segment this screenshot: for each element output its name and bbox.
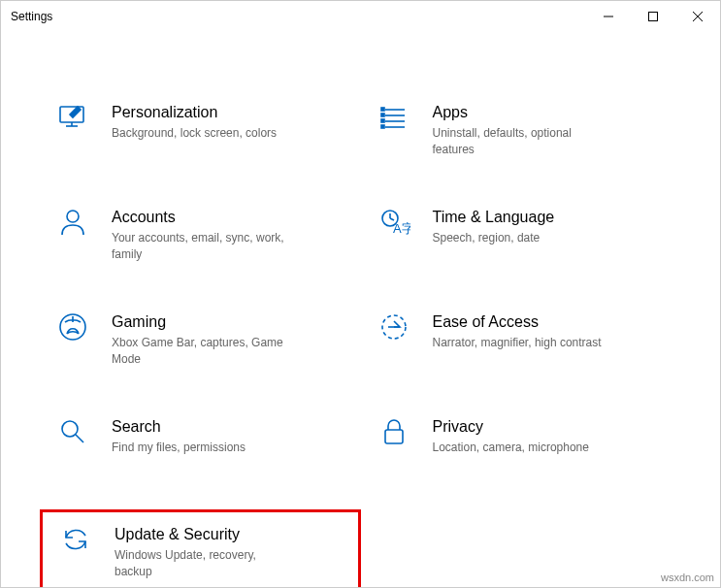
svg-rect-25: [385, 430, 403, 443]
maximize-button[interactable]: [631, 1, 675, 32]
tile-personalization[interactable]: Personalization Background, lock screen,…: [40, 90, 361, 180]
svg-rect-16: [381, 114, 384, 116]
tile-title: Accounts: [112, 209, 286, 226]
tile-apps[interactable]: Apps Uninstall, defaults, optional featu…: [361, 90, 682, 180]
tile-title: Gaming: [112, 313, 286, 331]
tile-title: Privacy: [433, 418, 589, 436]
svg-text:A字: A字: [393, 221, 410, 236]
tile-title: Update & Security: [115, 526, 289, 543]
settings-grid: Personalization Background, lock screen,…: [1, 32, 720, 588]
tile-title: Search: [112, 418, 246, 436]
close-icon: [693, 12, 703, 21]
tile-time-language[interactable]: A字 Time & Language Speech, region, date: [361, 195, 682, 284]
window-title: Settings: [11, 10, 52, 23]
gaming-icon: [55, 310, 90, 344]
window-controls: [586, 1, 720, 32]
tile-ease-of-access[interactable]: Ease of Access Narrator, magnifier, high…: [361, 300, 682, 389]
tile-accounts[interactable]: Accounts Your accounts, email, sync, wor…: [40, 195, 361, 284]
tile-desc: Uninstall, defaults, optional features: [433, 125, 607, 158]
tile-privacy[interactable]: Privacy Location, camera, microphone: [361, 405, 682, 494]
svg-line-21: [390, 218, 394, 220]
tile-title: Apps: [433, 104, 607, 121]
tile-title: Time & Language: [433, 209, 555, 226]
tile-desc: Narrator, magnifier, high contrast: [433, 335, 602, 351]
svg-rect-18: [381, 125, 384, 128]
svg-line-10: [76, 435, 83, 442]
tile-desc: Background, lock screen, colors: [112, 125, 277, 142]
svg-point-9: [62, 421, 78, 437]
personalization-icon: [55, 100, 90, 135]
svg-rect-15: [381, 108, 384, 111]
watermark: wsxdn.com: [661, 572, 714, 583]
titlebar: Settings: [1, 1, 720, 32]
tile-title: Ease of Access: [433, 313, 602, 331]
tile-desc: Windows Update, recovery, backup: [115, 547, 289, 580]
accounts-icon: [55, 205, 90, 240]
tile-desc: Location, camera, microphone: [433, 440, 589, 456]
minimize-button[interactable]: [586, 1, 631, 32]
tile-desc: Your accounts, email, sync, work, family: [112, 230, 286, 263]
tile-search[interactable]: Search Find my files, permissions: [40, 405, 361, 494]
update-icon: [58, 522, 93, 557]
tile-desc: Xbox Game Bar, captures, Game Mode: [112, 335, 286, 368]
svg-point-7: [67, 211, 79, 222]
tile-desc: Speech, region, date: [433, 230, 555, 246]
search-icon: [55, 414, 90, 449]
tile-gaming[interactable]: Gaming Xbox Game Bar, captures, Game Mod…: [40, 300, 361, 389]
svg-rect-1: [649, 13, 658, 21]
privacy-icon: [377, 414, 411, 449]
minimize-icon: [604, 12, 613, 21]
close-button[interactable]: [675, 1, 720, 32]
apps-icon: [377, 100, 411, 135]
tile-update-security[interactable]: Update & Security Windows Update, recove…: [40, 509, 361, 588]
tile-title: Personalization: [112, 104, 277, 121]
ease-of-access-icon: [377, 310, 411, 344]
tile-desc: Find my files, permissions: [112, 440, 246, 456]
svg-rect-17: [381, 119, 384, 122]
time-language-icon: A字: [377, 205, 411, 240]
maximize-icon: [648, 12, 658, 21]
